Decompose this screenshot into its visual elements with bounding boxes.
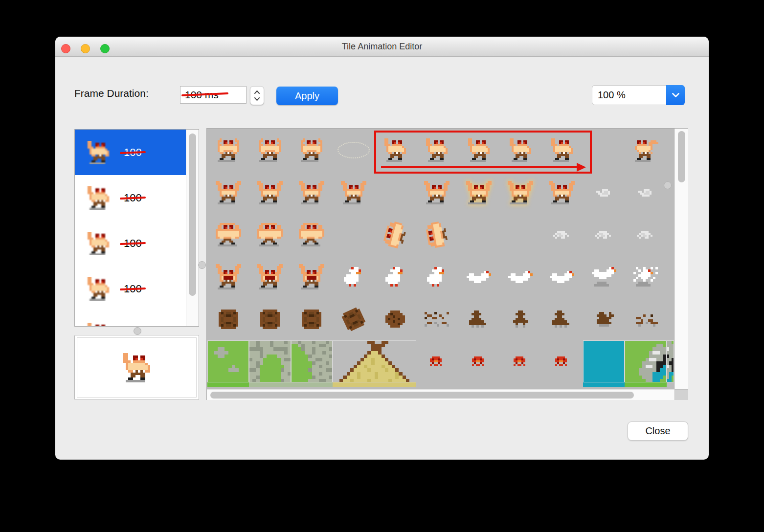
frame-duration-input[interactable]: 100 ms <box>180 86 247 104</box>
tile-grass-rock[interactable] <box>207 340 249 382</box>
frame-list-item[interactable]: 100 <box>75 311 186 327</box>
splitter-handle[interactable] <box>664 181 672 189</box>
tent-tile <box>333 340 416 382</box>
tile-water[interactable] <box>583 340 625 382</box>
tileset-view[interactable] <box>206 128 688 400</box>
titlebar[interactable]: Tile Animation Editor <box>55 37 709 57</box>
tile-ghost-fist[interactable] <box>625 171 666 213</box>
tile-pig-arm-up[interactable] <box>458 129 499 171</box>
tile-pig-stand[interactable] <box>207 129 249 171</box>
tile-strip-tent[interactable] <box>333 382 416 387</box>
pig-roll-sprite <box>425 221 449 249</box>
tile-chicken-fly[interactable] <box>458 256 499 298</box>
frame-duration-stepper[interactable] <box>250 86 264 105</box>
tile-stone-grass-2[interactable] <box>291 340 333 382</box>
tile-pig-cheer[interactable] <box>499 171 541 213</box>
tile-barrel[interactable] <box>207 298 249 340</box>
tile-pig-arm-up[interactable] <box>541 129 583 171</box>
tile-pig-cheer[interactable] <box>458 171 499 213</box>
pig-cheer-sprite <box>424 181 449 204</box>
tile-pig-roll[interactable] <box>416 214 458 256</box>
dropdown-chevron-button[interactable] <box>666 85 685 105</box>
tile-chicken-fly[interactable] <box>499 256 541 298</box>
tile-pig-arm-up[interactable] <box>374 129 416 171</box>
frame-list-item[interactable]: 100 <box>75 175 186 221</box>
tile-pig-cheer[interactable] <box>333 171 374 213</box>
tile-smoke-swirl[interactable] <box>583 214 625 256</box>
tile-pig-cheer[interactable] <box>249 171 291 213</box>
tile-smoke-swirl[interactable] <box>541 214 583 256</box>
tile-pig-cheer[interactable] <box>541 171 583 213</box>
animation-frame-list[interactable]: 100100100100100 <box>74 129 199 327</box>
tile-gopher-sit[interactable] <box>499 298 541 340</box>
tile-gopher[interactable] <box>541 298 583 340</box>
tile-pig-roll[interactable] <box>374 214 416 256</box>
tile-pig-flex[interactable] <box>207 256 249 298</box>
tile-red-bug[interactable] <box>499 340 541 382</box>
apply-button[interactable]: Apply <box>276 87 338 105</box>
tile-pig-big[interactable] <box>207 214 249 256</box>
frame-list-item[interactable]: 100 <box>75 130 186 175</box>
frame-duration-text: 100 <box>124 146 142 159</box>
tile-ghost-fist[interactable] <box>583 171 625 213</box>
tileset-horizontal-scrollbar-thumb[interactable] <box>210 392 634 399</box>
frame-list-scrollbar[interactable] <box>186 130 199 326</box>
tile-red-bug[interactable] <box>458 340 499 382</box>
frame-list-scrollbar-thumb[interactable] <box>189 133 196 296</box>
tile-pig-big[interactable] <box>291 214 333 256</box>
frame-thumbnail-sprite <box>86 186 111 210</box>
tile-grass-rock-2[interactable] <box>625 340 666 382</box>
tile-barrel-ball[interactable] <box>374 298 416 340</box>
frame-list-item[interactable]: 100 <box>75 221 186 266</box>
tile-pig-big[interactable] <box>249 214 291 256</box>
tile-squirrel[interactable] <box>583 298 625 340</box>
tile-barrel[interactable] <box>249 298 291 340</box>
tile-chicken-burst[interactable] <box>625 256 666 298</box>
tile-pig-flex[interactable] <box>291 256 333 298</box>
tile-chicken[interactable] <box>333 256 374 298</box>
tile-pig-arm-up[interactable] <box>416 129 458 171</box>
tileset-vertical-scrollbar-thumb[interactable] <box>678 131 685 182</box>
tile-strip-stone[interactable] <box>249 382 291 387</box>
tile-pig-cheer[interactable] <box>207 171 249 213</box>
tileset-vertical-scrollbar[interactable] <box>674 129 688 389</box>
tile-pig-stand[interactable] <box>291 129 333 171</box>
splitter-handle[interactable] <box>134 327 141 335</box>
tile-debris-2[interactable] <box>625 298 666 340</box>
tile-strip-grass[interactable] <box>207 382 249 387</box>
frame-list-item[interactable]: 100 <box>75 266 186 311</box>
tileset-tiles-area[interactable] <box>207 129 674 389</box>
tile-pig-cheer[interactable] <box>416 171 458 213</box>
tile-strip-grass[interactable] <box>625 382 666 387</box>
tile-pig-flex[interactable] <box>249 256 291 298</box>
tile-pig-punch[interactable] <box>625 129 666 171</box>
close-button[interactable]: Close <box>628 421 688 441</box>
tile-red-bug[interactable] <box>541 340 583 382</box>
tile-tent[interactable] <box>333 340 416 382</box>
tile-rock-edge[interactable] <box>667 340 674 382</box>
gopher-sit-sprite <box>511 310 530 328</box>
pig-roll-sprite <box>382 220 408 250</box>
tile-strip-water[interactable] <box>583 382 625 387</box>
splitter-handle[interactable] <box>198 261 206 269</box>
tile-pig-stand[interactable] <box>249 129 291 171</box>
tile-barrel[interactable] <box>333 298 374 340</box>
tile-pig-arm-up[interactable] <box>499 129 541 171</box>
tile-barrel[interactable] <box>291 298 333 340</box>
tile-chicken-fly[interactable] <box>541 256 583 298</box>
tile-stone-grass-1[interactable] <box>249 340 291 382</box>
tile-pig-cheer[interactable] <box>291 171 333 213</box>
tile-ghost-ellipse[interactable] <box>333 129 374 171</box>
stepper-up-icon[interactable] <box>254 90 260 94</box>
tile-strip-stone[interactable] <box>291 382 333 387</box>
tile-chicken-fly-shadow[interactable] <box>583 256 625 298</box>
tile-chicken[interactable] <box>416 256 458 298</box>
tile-smoke-swirl[interactable] <box>625 214 666 256</box>
zoom-level-dropdown[interactable]: 100 % <box>592 85 685 105</box>
tile-chicken[interactable] <box>374 256 416 298</box>
tile-red-bug[interactable] <box>416 340 458 382</box>
tileset-horizontal-scrollbar[interactable] <box>207 389 674 400</box>
tile-debris[interactable] <box>416 298 458 340</box>
tile-gopher[interactable] <box>458 298 499 340</box>
stepper-down-icon[interactable] <box>254 97 260 101</box>
